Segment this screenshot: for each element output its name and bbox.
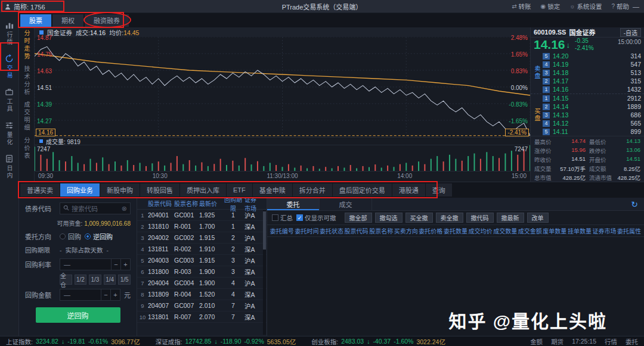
order-action-button[interactable]: 买全撤: [405, 213, 433, 223]
ask-level-row[interactable]: 3 14.18 513: [540, 68, 644, 77]
statusbar-right-item[interactable]: 金额: [530, 337, 543, 346]
bid-level-row[interactable]: 1 14.15 2912: [540, 94, 644, 102]
ask-level-row[interactable]: 1 14.16 1432: [540, 85, 644, 93]
bid-level-row[interactable]: 2 14.14 1889: [540, 102, 644, 111]
bid-level-row[interactable]: 4 14.12 565: [540, 119, 644, 127]
trade-function-tab[interactable]: 盘后固定价交易: [333, 183, 392, 197]
ask-level-row[interactable]: 5 14.20 314: [540, 52, 644, 60]
fraction-button[interactable]: 1/2: [75, 275, 87, 285]
repo-table-row[interactable]: 10 131801 R-007 2.070 7 深A: [137, 311, 267, 323]
order-action-button[interactable]: 撤全部: [345, 213, 372, 223]
trade-function-tab[interactable]: 普通买卖: [20, 183, 60, 197]
repo-table-row[interactable]: 3 204002 GC002 1.915 2 沪A: [137, 232, 267, 244]
index-shanghai[interactable]: 上证指数: 3234.82 ↓ -19.81 -0.61% 3096.77亿: [6, 337, 140, 346]
sidebar-item-intraday[interactable]: 日内: [0, 150, 18, 183]
bid-level-row[interactable]: 3 14.13 686: [540, 111, 644, 119]
tab-stocks[interactable]: 股票: [20, 14, 51, 27]
chart-view-tab[interactable]: 技术分析: [22, 66, 31, 96]
cancel-buttons: 撤全部撤勾选买全撤卖全撤撤代码撤最新改单: [345, 213, 549, 223]
rate-plus-button[interactable]: +: [120, 259, 130, 270]
bid-level-row[interactable]: 5 14.11 899: [540, 127, 644, 136]
repo-table-row[interactable]: 2 131810 R-001 1.700 1 深A: [137, 221, 267, 232]
radio-repo[interactable]: 回购: [60, 232, 81, 241]
checkbox-cancellable-only[interactable]: 仅显示可撤: [296, 213, 336, 222]
clear-icon[interactable]: ⊗: [122, 205, 127, 213]
stat-value: 14.74: [571, 138, 586, 146]
price-chart[interactable]: 14.8714.7514.6314.5114.3914.27 2.48%1.65…: [35, 37, 530, 137]
sidebar-item-tools[interactable]: 工具: [0, 83, 18, 117]
cell-market: 深A: [244, 267, 261, 276]
chart-view-tab[interactable]: 分时走势: [22, 30, 31, 61]
reverse-repo-submit-button[interactable]: 逆回购: [36, 307, 120, 323]
orders-column-header: 股票名称: [369, 226, 394, 235]
order-action-button[interactable]: 撤勾选: [375, 213, 402, 223]
statusbar-right-item[interactable]: 行情: [605, 337, 617, 346]
repo-table-row[interactable]: 1 204001 GC001 1.925 1 沪A: [137, 210, 267, 221]
fraction-button[interactable]: 1/3: [89, 275, 101, 285]
tab-fills[interactable]: 成交: [320, 198, 372, 210]
rate-minus-button[interactable]: −: [111, 259, 120, 270]
trade-function-tab[interactable]: 质押出入库: [180, 183, 226, 197]
chart-view-tab[interactable]: 成交明细: [22, 101, 31, 132]
titlebar-action-button[interactable]: ? 帮助: [611, 2, 629, 11]
ask-level-row[interactable]: 2 14.17 315: [540, 77, 644, 85]
repo-table-row[interactable]: 5 204003 GC003 1.915 3 沪A: [137, 255, 267, 266]
statusbar-right: 金额期货17:25:15行情委托: [530, 337, 638, 346]
quote-stat: 总市值 428.25亿: [532, 173, 587, 182]
amount-stepper[interactable]: — − +: [60, 289, 120, 301]
minimize-icon[interactable]: —: [633, 3, 639, 10]
sidebar-item-quant[interactable]: 量化: [0, 117, 18, 150]
cell-code: 204004: [148, 279, 174, 286]
level-badge: 4: [543, 120, 550, 127]
volume-chart[interactable]: 7247 7247: [35, 145, 530, 171]
trade-function-tab[interactable]: 转股回售: [140, 183, 179, 197]
bond-code-search-input[interactable]: 搜索代码 ⊗: [60, 202, 131, 214]
fraction-button[interactable]: 全仓: [60, 275, 72, 285]
titlebar-action-button[interactable]: ☼ 系统设置: [569, 2, 602, 11]
repo-table-row[interactable]: 7 204004 GC004 1.900 4 沪A: [137, 278, 267, 289]
repo-table-row[interactable]: 9 204007 GC007 2.010 7 沪A: [137, 300, 267, 311]
statusbar-right-item[interactable]: 17:25:15: [572, 338, 596, 345]
amount-minus-button[interactable]: −: [101, 289, 110, 300]
sidebar-item-trade[interactable]: 交易: [0, 50, 18, 83]
index-shenzhen[interactable]: 深证成指: 12742.85 ↓ -118.90 -0.92% 5635.05亿: [156, 337, 296, 346]
remove-watchlist-button[interactable]: -自选: [620, 28, 641, 37]
refresh-icon[interactable]: ↻: [625, 198, 644, 210]
orders-table-body[interactable]: [267, 237, 644, 336]
trade-function-tab[interactable]: 新股申购: [100, 183, 140, 197]
account-area[interactable]: 简称: 1756: [5, 2, 45, 11]
repo-table-row[interactable]: 8 131809 R-004 1.520 4 深A: [137, 289, 267, 300]
fraction-button[interactable]: 1/5: [118, 275, 131, 285]
tab-options[interactable]: 期权: [52, 14, 83, 27]
chart-view-tab[interactable]: 分价表: [22, 137, 31, 160]
order-action-button[interactable]: 撤最新: [497, 213, 524, 223]
ask-level-row[interactable]: 4 14.19 547: [540, 60, 644, 68]
statusbar-right-item[interactable]: 委托: [626, 337, 638, 346]
stat-label: 开盘价: [589, 155, 606, 164]
rate-stepper[interactable]: — − +: [60, 258, 131, 270]
trade-function-tab[interactable]: 基金申赎: [253, 183, 292, 197]
trade-function-tab[interactable]: 拆分合并: [293, 183, 332, 197]
sidebar-item-market[interactable]: 行情: [0, 17, 18, 50]
trade-function-tab[interactable]: 查询: [426, 183, 452, 197]
fraction-button[interactable]: 1/4: [104, 275, 116, 285]
radio-reverse-repo[interactable]: 逆回购: [85, 232, 113, 241]
amount-plus-button[interactable]: +: [110, 289, 120, 300]
tab-margin-trading[interactable]: 融资融券: [85, 14, 129, 27]
scrollbar-thumb[interactable]: [263, 211, 266, 250]
repo-table-row[interactable]: 4 131811 R-002 1.910 2 深A: [137, 244, 267, 255]
order-action-button[interactable]: 撤代码: [466, 213, 494, 223]
tab-orders[interactable]: 委托: [267, 198, 320, 210]
index-chinext[interactable]: 创业板指: 2483.03 ↓ -40.37 -1.60% 3022.24亿: [311, 337, 445, 346]
order-action-button[interactable]: 卖全撤: [436, 213, 463, 223]
trade-function-tab[interactable]: 港股通: [392, 183, 425, 197]
titlebar-action-button[interactable]: ◉ 锁定: [541, 2, 561, 11]
scrollbar-track[interactable]: [263, 210, 266, 335]
trade-function-tab[interactable]: ETF: [227, 183, 252, 197]
statusbar-right-item[interactable]: 期货: [551, 337, 564, 346]
order-action-button[interactable]: 改单: [527, 213, 549, 223]
repo-table-row[interactable]: 6 131800 R-003 1.900 3 深A: [137, 266, 267, 278]
titlebar-action-button[interactable]: ⇄ 转账: [512, 2, 531, 11]
checkbox-summarize[interactable]: 汇总: [272, 213, 293, 222]
trade-function-tab[interactable]: 回购业务: [60, 183, 100, 197]
